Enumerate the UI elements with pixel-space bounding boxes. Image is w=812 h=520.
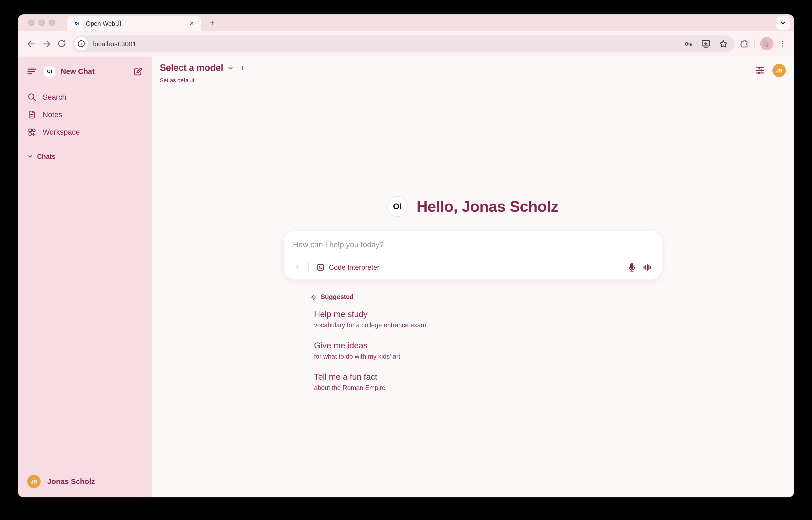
forward-icon[interactable] xyxy=(38,36,54,51)
app-logo: OI xyxy=(387,196,408,217)
url-text[interactable]: localhost:3001 xyxy=(93,40,683,48)
sidebar: OI New Chat Search Notes xyxy=(18,56,152,497)
chats-label: Chats xyxy=(37,152,55,160)
model-selector-label: Select a model xyxy=(160,63,223,74)
sidebar-chats-section[interactable]: Chats xyxy=(23,149,147,163)
new-chat-pencil-icon[interactable] xyxy=(131,65,145,78)
reload-icon[interactable] xyxy=(54,36,69,51)
header-user-avatar[interactable]: JS xyxy=(772,64,786,77)
back-icon[interactable] xyxy=(23,36,38,51)
site-info-icon[interactable] xyxy=(75,37,88,50)
zoom-window-button[interactable] xyxy=(49,20,55,26)
browser-profile-avatar[interactable]: 🐘 xyxy=(760,37,774,50)
minimize-window-button[interactable] xyxy=(38,20,45,26)
toolbar-extensions-zone: 🐘 xyxy=(737,37,789,50)
sidebar-item-search[interactable]: Search xyxy=(23,88,147,106)
tab-strip: OI Open WebUI ✕ + xyxy=(18,15,794,31)
traffic-lights xyxy=(28,20,55,26)
suggested-prompt-title: Give me ideas xyxy=(314,340,662,351)
sidebar-item-label: Notes xyxy=(43,110,62,119)
sidebar-item-notes[interactable]: Notes xyxy=(23,106,147,123)
attach-plus-icon[interactable]: + xyxy=(290,260,304,275)
suggested-section: Suggested Help me study vocabulary for a… xyxy=(284,293,662,401)
suggested-prompt[interactable]: Help me study vocabulary for a college e… xyxy=(314,307,662,331)
browser-menu-icon[interactable] xyxy=(779,40,787,48)
tab-close-icon[interactable]: ✕ xyxy=(188,19,196,27)
suggested-prompt-title: Tell me a fun fact xyxy=(314,371,662,382)
model-selector[interactable]: Select a model + xyxy=(160,63,245,74)
chevron-down-icon xyxy=(228,65,234,72)
browser-toolbar: localhost:3001 🐘 xyxy=(18,31,794,56)
open-webui-app: OI New Chat Search Notes xyxy=(18,56,794,497)
sidebar-toggle-icon[interactable] xyxy=(25,65,38,78)
suggested-prompt-title: Help me study xyxy=(314,308,662,320)
add-model-button[interactable]: + xyxy=(240,63,245,73)
greeting-row: OI Hello, Jonas Scholz xyxy=(152,196,794,217)
sidebar-item-label: Workspace xyxy=(43,128,80,136)
suggested-prompt-subtitle: about the Roman Empire xyxy=(314,383,662,393)
user-avatar: JS xyxy=(27,475,41,488)
new-tab-button[interactable]: + xyxy=(206,17,218,29)
bolt-icon xyxy=(310,294,317,300)
tab-favicon: OI xyxy=(73,19,81,28)
tab-title: Open WebUI xyxy=(86,20,188,27)
sidebar-user-menu[interactable]: JS Jonas Scholz xyxy=(23,473,147,490)
sidebar-item-workspace[interactable]: Workspace xyxy=(23,123,147,141)
new-chat-label[interactable]: New Chat xyxy=(61,67,131,76)
install-app-icon[interactable] xyxy=(701,39,711,49)
tab-search-chevron-icon[interactable] xyxy=(776,16,790,30)
chevron-down-icon xyxy=(27,153,33,159)
greeting-text: Hello, Jonas Scholz xyxy=(417,198,558,215)
browser-tab[interactable]: OI Open WebUI ✕ xyxy=(67,16,201,31)
password-key-icon[interactable] xyxy=(683,39,693,49)
terminal-icon xyxy=(316,263,325,271)
address-bar[interactable]: localhost:3001 xyxy=(73,35,734,52)
toolbar-divider xyxy=(755,38,755,49)
composer-divider xyxy=(308,262,309,272)
sidebar-item-label: Search xyxy=(43,93,66,101)
controls-sliders-icon[interactable] xyxy=(755,65,765,76)
microphone-icon[interactable] xyxy=(624,259,639,275)
code-interpreter-toggle[interactable]: Code Interpreter xyxy=(313,261,383,274)
suggested-prompt-subtitle: for what to do with my kids' art xyxy=(314,352,662,361)
app-logo: OI xyxy=(44,66,55,77)
message-input[interactable] xyxy=(284,235,662,254)
close-window-button[interactable] xyxy=(28,20,34,26)
suggested-prompt[interactable]: Tell me a fun fact about the Roman Empir… xyxy=(314,370,662,394)
code-interpreter-label: Code Interpreter xyxy=(329,263,379,271)
chat-composer: + Code Interpreter xyxy=(284,231,662,280)
user-name: Jonas Scholz xyxy=(47,477,95,486)
browser-window: OI Open WebUI ✕ + l xyxy=(18,15,794,497)
bookmark-star-icon[interactable] xyxy=(718,39,728,49)
set-default-button[interactable]: Set as default xyxy=(160,77,245,83)
main-content: Select a model + Set as default JS xyxy=(152,56,794,497)
stage: OI Open WebUI ✕ + l xyxy=(0,0,812,520)
suggested-prompt[interactable]: Give me ideas for what to do with my kid… xyxy=(314,339,662,362)
suggested-heading: Suggested xyxy=(321,293,353,301)
suggested-prompt-subtitle: vocabulary for a college entrance exam xyxy=(314,321,662,330)
voice-mode-waveform-icon[interactable] xyxy=(639,259,655,275)
extensions-puzzle-icon[interactable] xyxy=(739,39,749,49)
